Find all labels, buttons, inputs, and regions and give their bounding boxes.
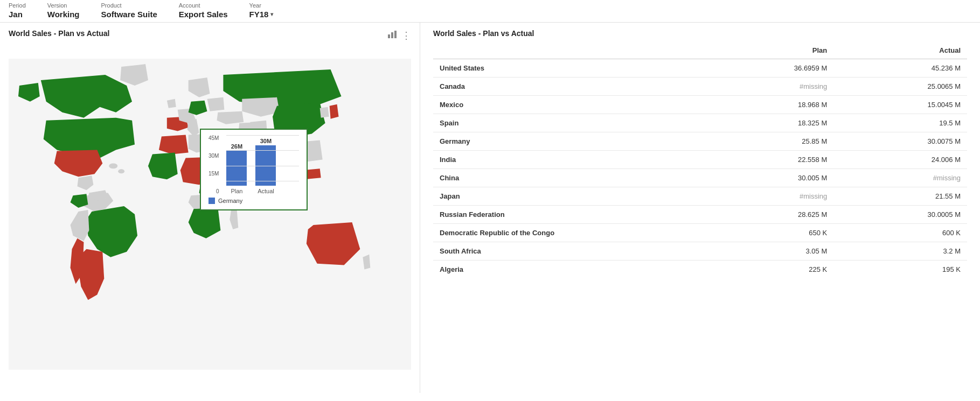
- y-label-0: 0: [208, 188, 219, 194]
- table-row: United States36.6959 M45.236 M: [433, 59, 967, 78]
- cell-actual: 195 K: [833, 261, 967, 279]
- y-label-30m: 30M: [208, 153, 219, 159]
- cell-country: United States: [433, 59, 700, 78]
- table-row: India22.558 M24.006 M: [433, 151, 967, 169]
- japan[interactable]: [330, 104, 339, 119]
- north-africa-west[interactable]: [159, 135, 189, 154]
- right-panel-title: World Sales - Plan vs Actual: [433, 29, 967, 38]
- cell-plan: 18.968 M: [700, 96, 834, 114]
- cell-plan: 650 K: [700, 224, 834, 242]
- cell-plan: #missing: [700, 78, 834, 96]
- cell-country: Mexico: [433, 96, 700, 114]
- actual-bar-label: 30M: [260, 138, 272, 144]
- west-africa[interactable]: [148, 152, 178, 179]
- period-label: Period: [9, 2, 26, 9]
- table-row: South Africa3.05 M3.2 M: [433, 242, 967, 261]
- account-value: Export Sales: [179, 10, 228, 19]
- cell-actual: 30.0005 M: [833, 206, 967, 224]
- uk: [167, 99, 176, 108]
- left-panel: World Sales - Plan vs Actual ⋮: [0, 23, 420, 393]
- cell-actual: 45.236 M: [833, 59, 967, 78]
- korea: [320, 107, 329, 118]
- product-value: Software Suite: [101, 10, 157, 19]
- cell-plan: 28.625 M: [700, 206, 834, 224]
- cell-plan: 18.325 M: [700, 114, 834, 132]
- cell-actual: 21.55 M: [833, 187, 967, 206]
- cell-actual: 600 K: [833, 224, 967, 242]
- left-panel-header: World Sales - Plan vs Actual ⋮: [9, 29, 411, 42]
- year-value[interactable]: FY18 ▾: [249, 10, 274, 19]
- cell-country: Russian Federation: [433, 206, 700, 224]
- y-label-15m: 15M: [208, 171, 219, 177]
- svg-point-5: [118, 169, 124, 173]
- cell-country: Germany: [433, 132, 700, 151]
- main-content: World Sales - Plan vs Actual ⋮: [0, 23, 980, 393]
- year-label: Year: [249, 2, 274, 9]
- plan-bar: [226, 151, 247, 186]
- col-actual: Actual: [833, 44, 967, 59]
- cell-actual: 25.0065 M: [833, 78, 967, 96]
- top-bar: Period Jan Version Working Product Softw…: [0, 0, 980, 23]
- chart-legend: Germany: [208, 198, 299, 204]
- cell-country: South Africa: [433, 242, 700, 261]
- table-row: Canada#missing25.0065 M: [433, 78, 967, 96]
- svg-rect-0: [388, 34, 390, 38]
- cell-country: Democratic Republic of the Congo: [433, 224, 700, 242]
- cell-plan: 25.85 M: [700, 132, 834, 151]
- cell-plan: 3.05 M: [700, 242, 834, 261]
- chart-icon[interactable]: [387, 30, 397, 41]
- table-row: Germany25.85 M30.0075 M: [433, 132, 967, 151]
- table-header-row: Plan Actual: [433, 44, 967, 59]
- map-container: 45M 30M 15M 0: [9, 45, 411, 383]
- version-value: Working: [47, 10, 80, 19]
- version-item: Version Working: [47, 2, 80, 19]
- table-row: Algeria225 K195 K: [433, 261, 967, 279]
- actual-bar: [255, 145, 276, 186]
- plan-axis-label: Plan: [231, 188, 242, 194]
- cell-plan: 225 K: [700, 261, 834, 279]
- table-row: China30.005 M#missing: [433, 169, 967, 187]
- cell-country: India: [433, 151, 700, 169]
- cell-plan: 22.558 M: [700, 151, 834, 169]
- svg-point-4: [109, 163, 117, 168]
- map-tooltip: 45M 30M 15M 0: [200, 129, 308, 210]
- product-label: Product: [101, 2, 157, 9]
- right-panel: World Sales - Plan vs Actual Plan Actual…: [420, 23, 980, 393]
- legend-label: Germany: [218, 198, 242, 204]
- cell-country: Japan: [433, 187, 700, 206]
- cell-country: Spain: [433, 114, 700, 132]
- more-options-icon[interactable]: ⋮: [401, 30, 411, 41]
- table-row: Democratic Republic of the Congo650 K600…: [433, 224, 967, 242]
- cell-actual: #missing: [833, 169, 967, 187]
- table-body: United States36.6959 M45.236 MCanada#mis…: [433, 59, 967, 279]
- account-item: Account Export Sales: [179, 2, 228, 19]
- left-panel-title: World Sales - Plan vs Actual: [9, 29, 110, 38]
- year-item: Year FY18 ▾: [249, 2, 274, 19]
- cell-actual: 19.5 M: [833, 114, 967, 132]
- svg-rect-2: [394, 31, 397, 38]
- table-row: Spain18.325 M19.5 M: [433, 114, 967, 132]
- world-map: [9, 45, 411, 383]
- cell-actual: 30.0075 M: [833, 132, 967, 151]
- period-value: Jan: [9, 10, 26, 19]
- cell-plan: #missing: [700, 187, 834, 206]
- cell-plan: 36.6959 M: [700, 59, 834, 78]
- actual-axis-label: Actual: [258, 188, 274, 194]
- plan-bar-label: 26M: [231, 143, 242, 150]
- cell-country: Algeria: [433, 261, 700, 279]
- legend-color-box: [208, 198, 215, 204]
- data-table: Plan Actual United States36.6959 M45.236…: [433, 44, 967, 278]
- table-row: Mexico18.968 M15.0045 M: [433, 96, 967, 114]
- year-dropdown-arrow: ▾: [270, 11, 273, 17]
- account-label: Account: [179, 2, 228, 9]
- y-label-45m: 45M: [208, 135, 219, 141]
- svg-rect-1: [391, 32, 393, 38]
- russia[interactable]: [223, 69, 341, 107]
- cell-country: Canada: [433, 78, 700, 96]
- cell-plan: 30.005 M: [700, 169, 834, 187]
- panel-icons: ⋮: [387, 30, 411, 41]
- table-row: Japan#missing21.55 M: [433, 187, 967, 206]
- table-row: Russian Federation28.625 M30.0005 M: [433, 206, 967, 224]
- period-item: Period Jan: [9, 2, 26, 19]
- col-plan: Plan: [700, 44, 834, 59]
